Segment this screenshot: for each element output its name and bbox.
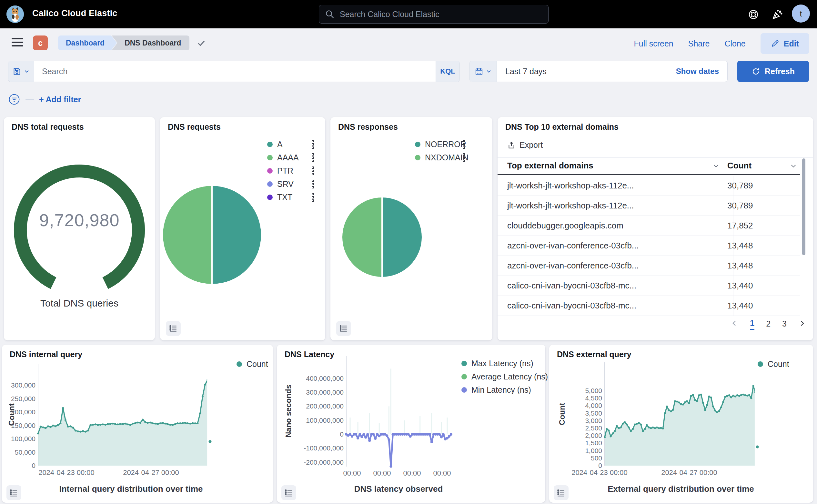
legend-color-dot — [267, 181, 273, 187]
domain-cell: azcni-over-ivan-conference-03cfb... — [498, 241, 727, 251]
legend-color-dot — [267, 168, 273, 174]
count-cell: 13,440 — [727, 301, 800, 311]
column-header-count[interactable]: Count — [727, 161, 800, 171]
previous-page-icon[interactable] — [731, 319, 738, 329]
full-screen-button[interactable]: Full screen — [634, 39, 673, 48]
panel-title: DNS Top 10 external domains — [505, 122, 619, 132]
domain-cell: calico-cni-ivan-byocni-03cfb8-mc... — [498, 301, 727, 311]
legend-item-a[interactable]: A — [267, 140, 283, 149]
legend-item-aaaa[interactable]: AAAA — [267, 153, 299, 162]
legend-toggle-button[interactable] — [336, 321, 351, 336]
next-page-icon[interactable] — [798, 319, 806, 329]
legend-item-txt[interactable]: TXT — [267, 193, 292, 202]
legend-item-max-latency-ns-[interactable]: Max Latency (ns) — [461, 359, 533, 368]
legend-item-actions-icon[interactable] — [312, 166, 314, 175]
help-lifering-icon[interactable] — [748, 9, 759, 20]
legend-toggle-button[interactable] — [166, 321, 181, 336]
saved-query-menu[interactable] — [8, 61, 34, 82]
table-scrollbar[interactable] — [802, 158, 805, 255]
calendar-menu[interactable] — [470, 61, 497, 82]
user-avatar[interactable]: t — [792, 5, 810, 23]
dns-latency-chart[interactable] — [277, 345, 545, 503]
column-header-domains[interactable]: Top external domains — [498, 161, 727, 171]
gauge-label: Total DNS queries — [4, 298, 155, 309]
filter-icon[interactable] — [8, 93, 20, 106]
page-button-3[interactable]: 3 — [782, 319, 787, 330]
whats-new-popper-icon[interactable] — [772, 9, 783, 20]
time-range-value[interactable]: Last 7 days — [497, 67, 676, 76]
top-bar: Calico Cloud Elastic t — [0, 0, 817, 28]
show-dates-button[interactable]: Show dates — [676, 67, 727, 76]
refresh-button[interactable]: Refresh — [737, 61, 809, 82]
legend-color-dot — [758, 361, 763, 367]
count-cell: 17,852 — [727, 221, 800, 231]
page-button-1[interactable]: 1 — [750, 318, 754, 330]
global-search-input[interactable] — [339, 9, 542, 19]
app-title: Calico Cloud Elastic — [32, 8, 117, 18]
legend-item-noerror[interactable]: NOERROR — [415, 140, 466, 149]
pie-slice-divider — [381, 197, 383, 277]
legend-item-count[interactable]: Count — [758, 359, 789, 369]
pie-slice-divider — [211, 186, 213, 284]
table-row[interactable]: azcni-over-ivan-conference-03cfb...13,44… — [498, 236, 800, 256]
legend-color-dot — [237, 361, 242, 367]
legend-item-average-latency-ns-[interactable]: Average Latency (ns) — [461, 372, 548, 381]
dashboard-screen: Calico Cloud Elastic t c Dashboard DNS D… — [0, 0, 817, 504]
table-row[interactable]: azcni-over-ivan-conference-03cfb...13,44… — [498, 256, 800, 276]
query-bar: KQL — [8, 61, 460, 82]
legend-item-actions-icon[interactable] — [312, 153, 314, 162]
chevron-down-icon — [790, 162, 797, 169]
legend-item-nxdomain[interactable]: NXDOMAIN — [415, 153, 469, 162]
kql-switch[interactable]: KQL — [436, 61, 459, 82]
chevron-down-icon — [486, 68, 492, 74]
legend-color-dot — [461, 361, 467, 366]
table-pagination: 123 — [731, 317, 806, 331]
global-search[interactable] — [319, 5, 549, 24]
legend-item-ptr[interactable]: PTR — [267, 166, 293, 176]
legend-item-srv[interactable]: SRV — [267, 179, 294, 189]
page-button-2[interactable]: 2 — [766, 319, 771, 330]
space-badge[interactable]: c — [33, 35, 48, 50]
panel-dns-responses: DNS responses NOERRORNXDOMAIN — [330, 117, 492, 340]
calendar-icon — [475, 67, 483, 76]
breadcrumb: Dashboard DNS Dashboard — [58, 35, 206, 50]
domain-cell: jlt-worksh-jlt-workshop-aks-112e... — [498, 181, 727, 191]
legend-item-count[interactable]: Count — [237, 359, 268, 369]
gauge-value: 9,720,980 — [4, 210, 155, 230]
legend-color-dot — [267, 195, 273, 200]
legend-item-actions-icon[interactable] — [312, 193, 314, 202]
domain-cell: azcni-over-ivan-conference-03cfb... — [498, 261, 727, 271]
export-button[interactable]: Export — [507, 140, 543, 150]
share-button[interactable]: Share — [688, 39, 710, 48]
count-cell: 13,448 — [727, 261, 800, 271]
table-row[interactable]: calico-cni-ivan-byocni-03cfb8-mc...13,44… — [498, 296, 800, 316]
table-row[interactable]: clouddebugger.googleapis.com17,852 — [498, 216, 800, 236]
calico-logo-icon[interactable] — [6, 5, 24, 23]
breadcrumb-dashboard[interactable]: Dashboard — [58, 35, 117, 50]
refresh-icon — [751, 67, 760, 76]
count-cell: 30,789 — [727, 181, 800, 191]
kql-search-input[interactable] — [34, 67, 436, 76]
table-row[interactable]: calico-cni-ivan-byocni-03cfb8-mc...13,44… — [498, 276, 800, 296]
export-icon — [507, 141, 516, 149]
panel-dns-external-query: DNS external query Count External query … — [549, 345, 813, 503]
legend-item-actions-icon[interactable] — [312, 180, 314, 188]
legend-item-actions-icon[interactable] — [312, 140, 314, 149]
panel-dns-latency: DNS Latency Nano seconds DNS latency obs… — [277, 345, 545, 503]
table-row[interactable]: jlt-worksh-jlt-workshop-aks-112e...30,78… — [498, 196, 800, 216]
clone-button[interactable]: Clone — [724, 39, 745, 48]
breadcrumb-current[interactable]: DNS Dashboard — [112, 35, 189, 50]
menu-hamburger-icon[interactable] — [12, 38, 23, 46]
panel-dns-requests: DNS requests AAAAAPTRSRVTXT — [160, 117, 325, 340]
table-row[interactable]: jlt-worksh-jlt-workshop-aks-112e...30,78… — [498, 176, 800, 196]
domain-cell: clouddebugger.googleapis.com — [498, 221, 727, 231]
edit-button[interactable]: Edit — [761, 33, 809, 54]
saved-check-icon — [197, 38, 206, 48]
legend-item-min-latency-ns-[interactable]: Min Latency (ns) — [461, 385, 531, 395]
panel-dns-top-external-domains: DNS Top 10 external domains Export Top e… — [498, 117, 813, 340]
legend-item-actions-icon[interactable] — [463, 153, 465, 162]
legend-item-actions-icon[interactable] — [463, 140, 465, 149]
legend-color-dot — [415, 142, 420, 147]
internal-query-chart[interactable] — [2, 345, 273, 503]
add-filter-button[interactable]: + Add filter — [39, 95, 81, 104]
